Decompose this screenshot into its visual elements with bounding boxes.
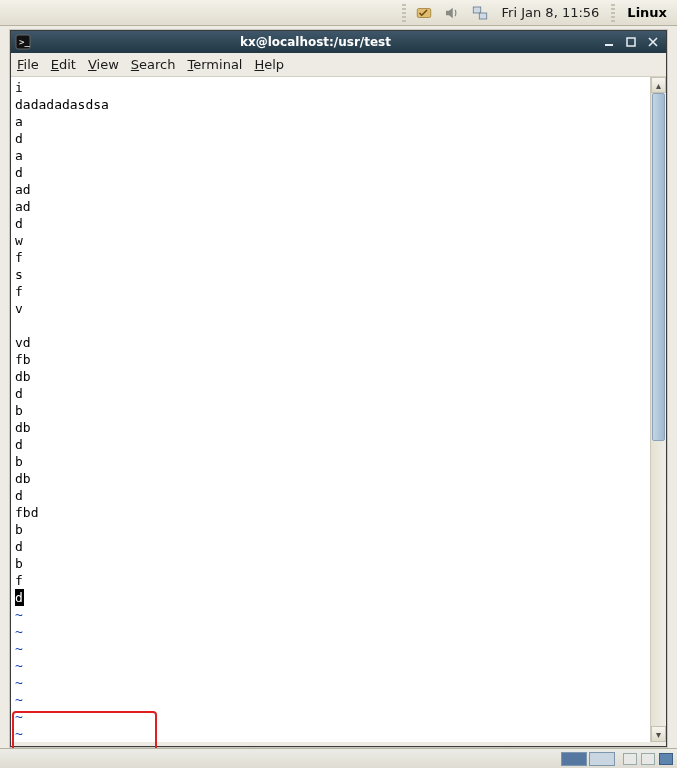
menu-search[interactable]: Search xyxy=(131,57,176,72)
terminal-line: d xyxy=(15,215,646,232)
terminal-line: ad xyxy=(15,198,646,215)
panel-handle-2 xyxy=(611,4,615,22)
terminal-line: f xyxy=(15,249,646,266)
terminal-line: a xyxy=(15,113,646,130)
tilde-line: ~ xyxy=(15,674,646,691)
terminal-line: s xyxy=(15,266,646,283)
svg-rect-5 xyxy=(605,44,613,46)
terminal-line: db xyxy=(15,368,646,385)
window-status-strip xyxy=(11,742,666,746)
terminal-line: ad xyxy=(15,181,646,198)
terminal-line: d xyxy=(15,385,646,402)
tilde-line: ~ xyxy=(15,640,646,657)
terminal-line: fb xyxy=(15,351,646,368)
tilde-line: ~ xyxy=(15,606,646,623)
titlebar[interactable]: >_ kx@localhost:/usr/test xyxy=(11,31,666,53)
menubar: File Edit View Search Terminal Help xyxy=(11,53,666,77)
network-icon[interactable] xyxy=(470,3,490,23)
terminal-line: d xyxy=(15,130,646,147)
menu-edit[interactable]: Edit xyxy=(51,57,76,72)
terminal-line: db xyxy=(15,419,646,436)
os-label: Linux xyxy=(623,5,671,20)
terminal-line: d xyxy=(15,487,646,504)
terminal-line xyxy=(15,317,646,334)
volume-icon[interactable] xyxy=(442,3,462,23)
workspace-1[interactable] xyxy=(561,752,587,766)
terminal-line: dadadadasdsa xyxy=(15,96,646,113)
tilde-line: ~ xyxy=(15,691,646,708)
update-icon[interactable] xyxy=(414,3,434,23)
scroll-down-button[interactable]: ▾ xyxy=(651,726,666,742)
terminal-line: a xyxy=(15,147,646,164)
terminal-line: b xyxy=(15,453,646,470)
terminal-line: w xyxy=(15,232,646,249)
tilde-line: ~ xyxy=(15,623,646,640)
window-title: kx@localhost:/usr/test xyxy=(35,35,596,49)
bottom-panel xyxy=(0,748,677,768)
clock[interactable]: Fri Jan 8, 11:56 xyxy=(498,5,604,20)
scroll-track[interactable] xyxy=(651,93,666,726)
tray-item-1[interactable] xyxy=(623,753,637,765)
terminal-line: d xyxy=(15,164,646,181)
terminal-line: b xyxy=(15,555,646,572)
svg-rect-6 xyxy=(627,38,635,46)
cursor: d xyxy=(15,589,24,606)
terminal-line: v xyxy=(15,300,646,317)
terminal-line: d xyxy=(15,538,646,555)
terminal-area: idadadadasdsaadadadaddwfsfvvdfbdbdbdbdbd… xyxy=(11,77,666,742)
minimize-button[interactable] xyxy=(600,34,618,50)
workspace-2[interactable] xyxy=(589,752,615,766)
tray-mini xyxy=(623,753,673,765)
terminal-line: f xyxy=(15,283,646,300)
terminal-window: >_ kx@localhost:/usr/test File Edit View… xyxy=(10,30,667,747)
terminal-line: db xyxy=(15,470,646,487)
scrollbar[interactable]: ▴ ▾ xyxy=(650,77,666,742)
terminal-content[interactable]: idadadadasdsaadadadaddwfsfvvdfbdbdbdbdbd… xyxy=(11,77,650,742)
terminal-cursor-line: d xyxy=(15,589,646,606)
top-panel: Fri Jan 8, 11:56 Linux xyxy=(0,0,677,26)
tilde-line: ~ xyxy=(15,657,646,674)
menu-file[interactable]: File xyxy=(17,57,39,72)
scroll-thumb[interactable] xyxy=(652,93,665,441)
terminal-line: fbd xyxy=(15,504,646,521)
panel-handle xyxy=(402,4,406,22)
terminal-line: vd xyxy=(15,334,646,351)
terminal-line: f xyxy=(15,572,646,589)
workspace-pager[interactable] xyxy=(561,752,615,766)
menu-view[interactable]: View xyxy=(88,57,119,72)
terminal-line: i xyxy=(15,79,646,96)
terminal-line: d xyxy=(15,436,646,453)
tilde-line: ~ xyxy=(15,708,646,725)
svg-rect-2 xyxy=(479,13,487,19)
tilde-line: ~ xyxy=(15,725,646,742)
svg-text:>_: >_ xyxy=(19,37,30,47)
scroll-up-button[interactable]: ▴ xyxy=(651,77,666,93)
close-button[interactable] xyxy=(644,34,662,50)
tray-item-2[interactable] xyxy=(641,753,655,765)
terminal-icon: >_ xyxy=(15,34,31,50)
maximize-button[interactable] xyxy=(622,34,640,50)
menu-terminal[interactable]: Terminal xyxy=(188,57,243,72)
terminal-line: b xyxy=(15,402,646,419)
terminal-line: b xyxy=(15,521,646,538)
menu-help[interactable]: Help xyxy=(254,57,284,72)
tray-item-3[interactable] xyxy=(659,753,673,765)
svg-rect-1 xyxy=(473,7,481,13)
